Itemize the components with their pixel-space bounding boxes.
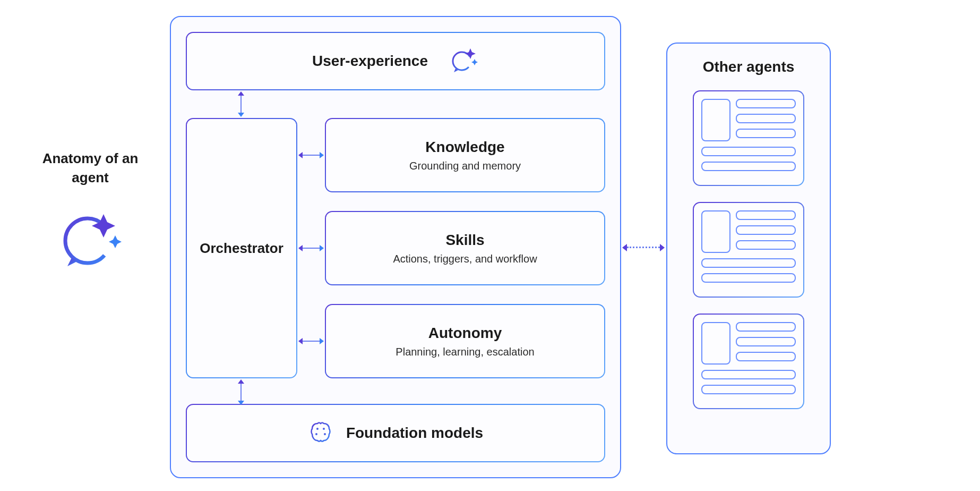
agent-icon-2 (693, 202, 804, 298)
arrow-to-other-agents (622, 247, 665, 248)
arrow-ux-orchestrator (240, 91, 242, 117)
foundation-box: Foundation models (186, 404, 605, 462)
user-experience-box: User-experience (186, 32, 605, 90)
orchestrator-title: Orchestrator (200, 240, 283, 257)
user-experience-title: User-experience (312, 53, 428, 70)
knowledge-subtitle: Grounding and memory (409, 160, 521, 172)
anatomy-label: Anatomy of an agent (32, 149, 149, 275)
svg-point-5 (315, 433, 317, 435)
chat-sparkle-icon-large (32, 204, 149, 275)
knowledge-title: Knowledge (425, 139, 504, 156)
other-agents-panel: Other agents (666, 43, 831, 454)
diagram-container: Anatomy of an agent User-experienc (21, 11, 966, 478)
arrow-orchestrator-skills (298, 248, 324, 249)
svg-point-4 (323, 428, 325, 430)
skills-box: Skills Actions, triggers, and workflow (325, 211, 605, 285)
svg-point-6 (324, 433, 326, 435)
autonomy-title: Autonomy (428, 325, 502, 342)
agent-icon-1 (693, 90, 804, 186)
agent-icon-3 (693, 314, 804, 409)
arrow-orchestrator-autonomy (298, 341, 324, 342)
foundation-title: Foundation models (346, 425, 483, 442)
autonomy-subtitle: Planning, learning, escalation (396, 346, 534, 358)
svg-point-3 (316, 428, 319, 430)
skills-subtitle: Actions, triggers, and workflow (393, 253, 537, 265)
anatomy-title: Anatomy of an agent (32, 149, 149, 188)
skills-title: Skills (445, 232, 484, 249)
orchestrator-box: Orchestrator (186, 118, 297, 378)
arrow-orchestrator-knowledge (298, 155, 324, 156)
arrow-orchestrator-foundation (240, 379, 242, 405)
other-agents-title: Other agents (703, 58, 795, 75)
knowledge-box: Knowledge Grounding and memory (325, 118, 605, 192)
autonomy-box: Autonomy Planning, learning, escalation (325, 304, 605, 378)
brain-icon (308, 419, 333, 447)
agent-box: User-experience (170, 16, 621, 478)
chat-sparkle-icon (449, 45, 479, 77)
